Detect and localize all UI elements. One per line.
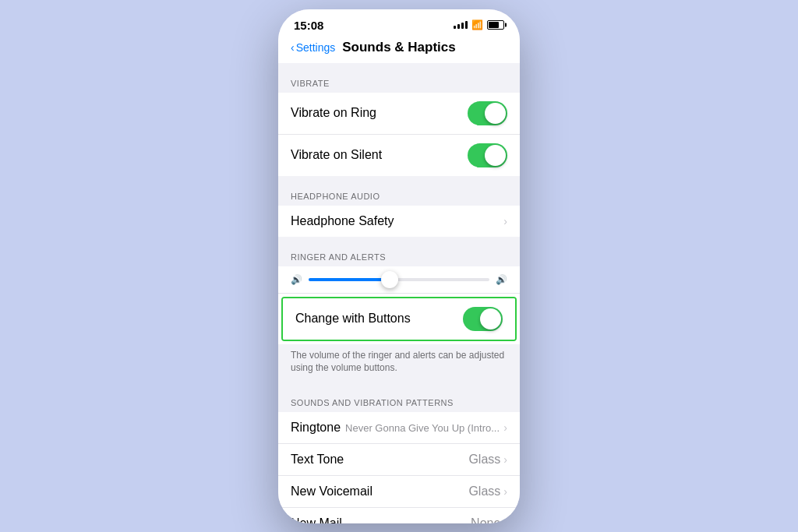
back-label: Settings [296,41,336,54]
change-with-buttons-highlighted: Change with Buttons [281,297,517,341]
vibrate-silent-toggle[interactable] [468,143,507,167]
change-with-buttons-row: Change with Buttons [283,298,515,340]
slider-fill [309,278,390,281]
nav-bar: ‹ Settings Sounds & Haptics [278,37,520,63]
vibrate-section-label: VIBRATE [278,79,520,93]
headphone-card: Headphone Safety › [278,206,520,237]
text-tone-row[interactable]: Text Tone Glass › [278,444,520,476]
status-time: 15:08 [294,19,323,32]
chevron-right-icon: › [503,215,507,227]
ringtone-value: Never Gonna Give You Up (Intro... [345,422,500,434]
ringer-note: The volume of the ringer and alerts can … [278,344,520,383]
new-mail-value: None › [471,516,507,523]
headphone-section-label: HEADPHONE AUDIO [278,192,520,206]
new-voicemail-row[interactable]: New Voicemail Glass › [278,476,520,508]
vibrate-ring-toggle[interactable] [468,101,507,125]
vibrate-silent-row: Vibrate on Silent [278,135,520,176]
ringtone-left: Ringtone Never Gonna Give You Up (Intro.… [291,421,500,435]
headphone-safety-row[interactable]: Headphone Safety › [278,206,520,237]
toggle-knob [485,103,506,124]
new-voicemail-label: New Voicemail [291,484,373,499]
chevron-right-icon: › [503,421,507,434]
new-voicemail-value-text: Glass [468,484,500,499]
battery-icon [487,20,504,30]
wifi-icon: 📶 [471,19,483,30]
headphone-section: HEADPHONE AUDIO Headphone Safety › [278,192,520,237]
page-title: Sounds & Haptics [342,40,455,55]
ringer-card: 🔊 🔊 Change with Buttons [278,266,520,344]
change-with-buttons-label: Change with Buttons [295,312,411,326]
sounds-section-label: SOUNDS AND VIBRATION PATTERNS [278,398,520,412]
signal-icon [454,21,468,29]
text-tone-value-text: Glass [468,453,500,467]
volume-slider-track[interactable] [309,278,489,281]
vibrate-ring-row: Vibrate on Ring [278,93,520,135]
vibrate-ring-label: Vibrate on Ring [291,106,376,120]
volume-slider-row: 🔊 🔊 [278,266,520,294]
vibrate-card: Vibrate on Ring Vibrate on Silent [278,93,520,176]
settings-content: VIBRATE Vibrate on Ring Vibrate on Silen… [278,63,520,523]
sounds-section: SOUNDS AND VIBRATION PATTERNS Ringtone N… [278,398,520,523]
status-icons: 📶 [454,19,504,30]
new-mail-row[interactable]: New Mail None › [278,508,520,523]
ringtone-row[interactable]: Ringtone Never Gonna Give You Up (Intro.… [278,412,520,444]
phone-container: 15:08 📶 ‹ Settings Sounds & Haptics VIBR… [278,9,520,523]
new-voicemail-value: Glass › [468,484,507,499]
back-button[interactable]: ‹ Settings [291,41,335,54]
headphone-safety-label: Headphone Safety [291,214,394,228]
toggle-knob [480,308,501,329]
text-tone-value: Glass › [468,453,507,467]
vibrate-section: VIBRATE Vibrate on Ring Vibrate on Silen… [278,79,520,176]
text-tone-label: Text Tone [291,453,344,467]
new-mail-label: New Mail [291,516,342,523]
toggle-knob [485,145,506,166]
status-bar: 15:08 📶 [278,9,520,37]
change-with-buttons-toggle[interactable] [463,307,503,331]
chevron-right-icon: › [503,453,507,466]
sounds-card: Ringtone Never Gonna Give You Up (Intro.… [278,412,520,523]
new-mail-value-text: None [471,516,500,523]
vibrate-silent-label: Vibrate on Silent [291,148,382,162]
headphone-safety-value: › [503,215,507,227]
ringtone-label: Ringtone [291,421,341,435]
ringer-section: RINGER AND ALERTS 🔊 🔊 Change with Button [278,252,520,383]
chevron-right-icon: › [503,517,507,523]
volume-low-icon: 🔊 [291,274,302,285]
chevron-left-icon: ‹ [291,41,295,54]
ringer-section-label: RINGER AND ALERTS [278,252,520,266]
slider-thumb[interactable] [381,271,398,288]
chevron-right-icon: › [503,485,507,498]
highlighted-wrapper: Change with Buttons [278,294,520,344]
volume-high-icon: 🔊 [496,274,507,285]
